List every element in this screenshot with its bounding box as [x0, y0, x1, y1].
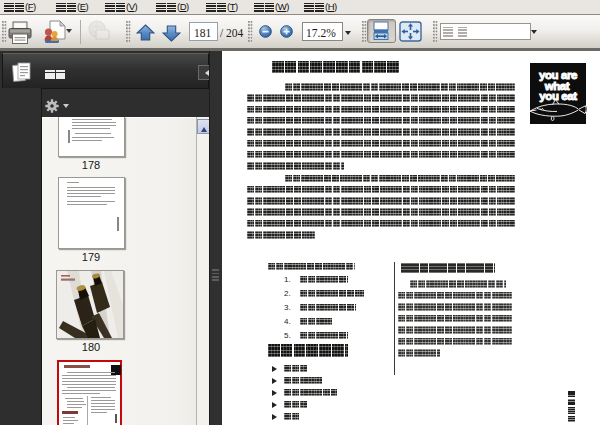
svg-text:you eat: you eat: [539, 90, 577, 102]
